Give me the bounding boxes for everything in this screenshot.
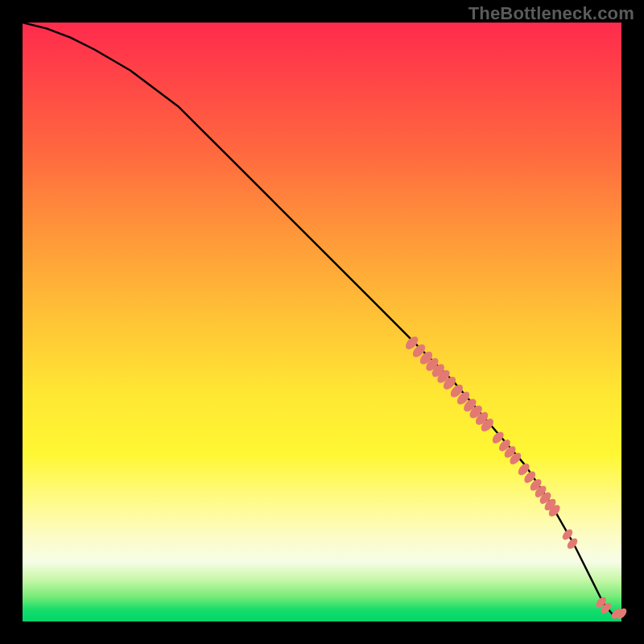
chart-stage: TheBottleneck.com [0, 0, 644, 644]
watermark-text: TheBottleneck.com [469, 3, 634, 24]
bottleneck-curve [23, 23, 621, 614]
plot-area [23, 23, 621, 621]
scatter-points [403, 334, 629, 621]
chart-overlay [23, 23, 621, 621]
